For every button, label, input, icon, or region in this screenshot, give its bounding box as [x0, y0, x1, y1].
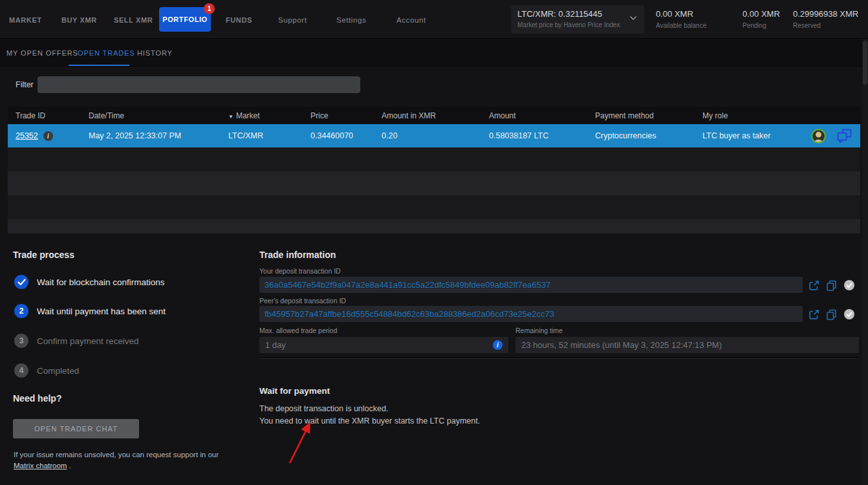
table-row-empty: [8, 147, 860, 171]
haveno-app-window: MARKET BUY XMR SELL XMR PORTFOLIO 1 FUND…: [0, 0, 868, 485]
table-row-empty: [8, 171, 860, 195]
open-trader-chat-button[interactable]: OPEN TRADER CHAT: [13, 419, 139, 438]
nav-market[interactable]: MARKET: [9, 16, 42, 24]
trade-process-title: Trade process: [13, 250, 74, 260]
table-row[interactable]: 25352 i May 2, 2025 12:33:07 PM LTC/XMR …: [8, 124, 860, 147]
wait-for-payment-line1: The deposit transaction is unlocked.: [259, 404, 388, 413]
step-wait-payment-sent: 2 Wait until payment has been sent: [14, 304, 166, 318]
cell-datetime: May 2, 2025 12:33:07 PM: [81, 131, 221, 140]
filter-label: Filter: [16, 80, 34, 89]
balance-reserved-value: 0.29996938 XMR: [793, 9, 858, 19]
open-block-explorer-icon[interactable]: [808, 309, 819, 320]
peer-avatar[interactable]: [811, 129, 826, 144]
cell-price: 0.34460070: [303, 131, 374, 140]
col-my-role[interactable]: My role: [695, 111, 860, 120]
tab-my-open-offers[interactable]: MY OPEN OFFERS: [6, 49, 78, 57]
nav-settings[interactable]: Settings: [336, 16, 366, 24]
trade-info-icon[interactable]: i: [43, 131, 53, 141]
your-txid-value[interactable]: 36a0a5467e54b2f9a047a2e8a441a91cc5a22dfc…: [259, 277, 803, 293]
balance-available-value: 0.00 XMR: [656, 9, 706, 19]
balance-available: 0.00 XMR Available balance: [656, 9, 706, 29]
need-help-title: Need help?: [13, 393, 61, 404]
step-completed: 4 Completed: [14, 363, 79, 378]
open-trades-table: Trade ID Date/Time ▼Market Price Amount …: [8, 107, 860, 233]
col-market[interactable]: ▼Market: [221, 111, 303, 120]
cell-amount: 0.58038187 LTC: [481, 131, 587, 140]
trade-period-label: Max. allowed trade period: [259, 327, 337, 334]
balance-reserved-label: Reserved: [793, 22, 858, 29]
step-number: 3: [14, 334, 28, 348]
nav-buy-xmr[interactable]: BUY XMR: [61, 16, 97, 24]
balance-reserved: 0.29996938 XMR Reserved: [793, 9, 858, 29]
support-help-line: If your issue remains unsolved, you can …: [14, 451, 219, 458]
step-wait-blockchain: Wait for blockchain confirmations: [14, 275, 165, 289]
chevron-down-icon: [629, 16, 637, 21]
balance-pending-value: 0.00 XMR: [743, 9, 780, 19]
peer-txid-label: Peer's deposit transaction ID: [259, 297, 346, 305]
sort-desc-icon: ▼: [228, 114, 233, 120]
table-row-empty: [8, 195, 860, 219]
step-label: Wait for blockchain confirmations: [37, 277, 165, 287]
market-price-value: LTC/XMR: 0.32115445: [517, 9, 638, 19]
tab-history[interactable]: HISTORY: [137, 49, 173, 57]
col-amount-xmr[interactable]: Amount in XMR: [374, 111, 481, 120]
portfolio-tab-bar: MY OPEN OFFERS OPEN TRADES HISTORY: [0, 39, 868, 67]
trade-information-title: Trade information: [259, 250, 336, 260]
peer-txid-value[interactable]: fb45957b27a47affbe16d555c54884bd62c63ba2…: [259, 306, 803, 322]
step-number: 4: [14, 363, 28, 378]
your-txid-label: Your deposit transaction ID: [259, 267, 341, 275]
step-number: 2: [14, 304, 28, 318]
cell-amount-xmr: 0.20: [374, 131, 481, 140]
balance-pending: 0.00 XMR Pending: [743, 9, 780, 29]
notification-badge: 1: [204, 3, 215, 14]
step-label: Confirm payment received: [37, 336, 139, 346]
section-divider: [259, 358, 859, 359]
table-row-empty: [8, 219, 860, 233]
col-price[interactable]: Price: [303, 111, 374, 120]
nav-funds[interactable]: FUNDS: [226, 16, 252, 24]
top-nav-bar: MARKET BUY XMR SELL XMR PORTFOLIO 1 FUND…: [0, 0, 868, 39]
tab-open-trades[interactable]: OPEN TRADES: [78, 49, 135, 57]
support-help-text: If your issue remains unsolved, you can …: [14, 449, 227, 471]
step-label: Wait until payment has been sent: [37, 307, 166, 316]
remaining-time-value: 23 hours, 52 minutes (until May 3, 2025 …: [515, 337, 859, 353]
step-confirm-payment: 3 Confirm payment received: [14, 334, 139, 348]
cell-payment-method: Cryptocurrencies: [587, 131, 695, 140]
trader-chat-icon[interactable]: [836, 129, 852, 143]
period-info-icon[interactable]: i: [493, 340, 503, 350]
nav-sell-xmr[interactable]: SELL XMR: [114, 16, 153, 24]
trade-period-value: 1 day i: [259, 337, 508, 353]
nav-portfolio[interactable]: PORTFOLIO 1: [159, 7, 211, 32]
col-trade-id[interactable]: Trade ID: [8, 111, 81, 120]
step-label: Completed: [37, 366, 79, 376]
nav-account[interactable]: Account: [396, 16, 426, 24]
active-tab-underline: [69, 65, 129, 66]
table-header-row: Trade ID Date/Time ▼Market Price Amount …: [8, 107, 860, 124]
balance-pending-label: Pending: [743, 22, 780, 29]
market-price-source: Market price by Haveno Price Index: [517, 21, 638, 28]
col-amount[interactable]: Amount: [481, 111, 587, 120]
confirmed-check-icon: [843, 308, 855, 320]
remaining-time-label: Remaining time: [515, 327, 563, 334]
step-done-check-icon: [14, 275, 28, 289]
annotation-arrow: [283, 417, 318, 468]
open-block-explorer-icon[interactable]: [808, 280, 819, 291]
copy-txid-icon[interactable]: [826, 280, 837, 291]
wait-for-payment-title: Wait for payment: [259, 386, 330, 396]
confirmed-check-icon: [843, 279, 855, 291]
cell-my-role: LTC buyer as taker: [702, 131, 770, 140]
col-payment-method[interactable]: Payment method: [587, 111, 695, 120]
nav-support[interactable]: Support: [278, 16, 307, 24]
balance-available-label: Available balance: [656, 22, 706, 29]
vertical-scrollbar[interactable]: [862, 39, 868, 485]
copy-txid-icon[interactable]: [826, 309, 837, 320]
trade-id-link[interactable]: 25352: [16, 131, 38, 140]
scrollbar-thumb[interactable]: [863, 41, 867, 85]
market-price-dropdown[interactable]: LTC/XMR: 0.32115445 Market price by Have…: [511, 5, 644, 34]
cell-market: LTC/XMR: [221, 131, 303, 140]
filter-input[interactable]: [38, 76, 360, 93]
col-datetime[interactable]: Date/Time: [81, 111, 221, 120]
matrix-chatroom-link[interactable]: Matrix chatroom: [14, 462, 67, 469]
help-text-suffix: .: [67, 462, 71, 469]
nav-portfolio-label: PORTFOLIO: [162, 16, 208, 23]
